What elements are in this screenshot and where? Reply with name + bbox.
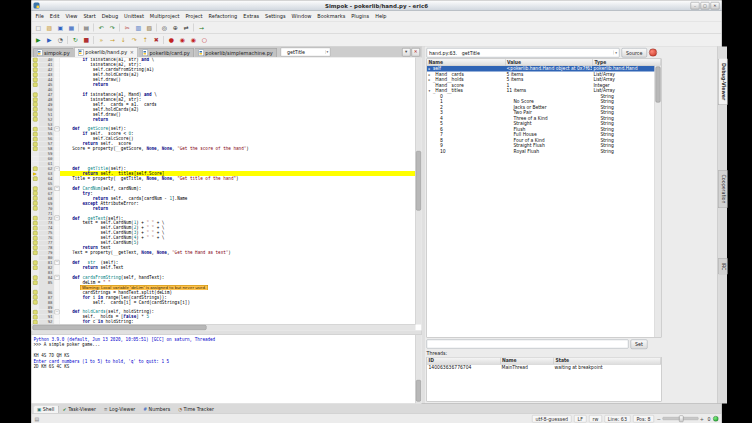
variables-filter-input[interactable] (427, 340, 629, 349)
save-all-icon[interactable]: ▦ (66, 22, 77, 33)
threads-column-header[interactable]: Name (501, 358, 555, 365)
clear-breakpoints-icon[interactable]: ○ (199, 35, 210, 46)
zoom-widget[interactable]: − + 0 (657, 416, 711, 422)
toolbar-separator (164, 36, 165, 44)
side-tab-cooperation[interactable]: Cooperation (718, 170, 728, 208)
toolbar-separator (94, 36, 95, 44)
stop-script-icon[interactable]: ■ (81, 35, 92, 46)
menu-item-refactoring[interactable]: Refactoring (206, 12, 241, 20)
log-viewer-icon: ≡ (104, 407, 108, 412)
stack-frame-combo[interactable]: hand.py:63.__getTitle ▾ (427, 48, 620, 58)
threads-column-header[interactable]: ID (427, 358, 501, 365)
menu-item-start[interactable]: Start (80, 12, 98, 20)
variable-name-text: _Hand__titles (433, 88, 463, 93)
step-into-icon[interactable]: ↓ (118, 35, 129, 46)
search-next-icon[interactable]: ⊕ (170, 22, 181, 33)
continue-to-cursor-icon[interactable]: → (107, 35, 118, 46)
bottom-tab-time-tracker[interactable]: ◔Time Tracker (175, 406, 218, 413)
menu-item-project[interactable]: Project (182, 12, 205, 20)
menu-item-multiproject[interactable]: Multiproject (147, 12, 183, 20)
replace-icon[interactable]: ⇄ (181, 22, 192, 33)
bottom-tab-numbers[interactable]: #Numbers (140, 406, 174, 413)
print-file-icon[interactable]: ▤ (81, 22, 92, 33)
menu-item-debug[interactable]: Debug (99, 12, 121, 20)
stop-debugger-icon[interactable]: ✖ (151, 35, 162, 46)
side-tab-irc[interactable]: IRC (718, 258, 728, 275)
zoom-out-icon[interactable]: − (657, 416, 661, 422)
scrollbar-thumb[interactable] (656, 67, 661, 103)
step-over-icon[interactable]: ↷ (129, 35, 140, 46)
editor[interactable]: 40 if isinstance(a1, str) and \41 isinst… (32, 58, 422, 331)
editor-vertical-scrollbar[interactable] (415, 58, 422, 325)
previous-breakpoint-icon[interactable]: ◉ (188, 35, 199, 46)
variable-value: Royal Flush (512, 149, 599, 155)
tab-list-button[interactable]: ▾ (402, 48, 411, 57)
variables-filter-icon[interactable] (649, 49, 657, 57)
symbol-nav-combo[interactable]: __getTitle ▾ (280, 48, 330, 57)
redo-icon[interactable]: ↷ (107, 22, 118, 33)
open-file-icon[interactable]: ▨ (44, 22, 55, 33)
restart-script-icon[interactable]: ↻ (70, 35, 81, 46)
menu-item-window[interactable]: Window (289, 12, 315, 20)
menu-item-file[interactable]: File (33, 12, 47, 20)
step-out-icon[interactable]: ↑ (140, 35, 151, 46)
variables-column-header[interactable]: Name (427, 59, 506, 66)
variables-column-header[interactable]: Type (593, 59, 661, 66)
menu-item-help[interactable]: Help (372, 12, 389, 20)
side-tab-debug-viewer[interactable]: Debug-Viewer (718, 59, 728, 105)
code-area[interactable]: 40 if isinstance(a1, str) and \41 isinst… (32, 58, 416, 325)
bottom-tab-task-viewer[interactable]: ✔Task-Viewer (60, 406, 100, 413)
menu-item-view[interactable]: View (63, 12, 81, 20)
close-button[interactable]: ✕ (711, 2, 720, 10)
scrollbar-thumb[interactable] (33, 325, 207, 330)
file-tab[interactable]: simpok.py (33, 48, 74, 57)
tab-close-button[interactable]: ✕ (412, 48, 421, 57)
file-tab[interactable]: pokerlib/simplemachine.py (194, 48, 276, 57)
menu-item-plugins[interactable]: Plugins (348, 12, 372, 20)
profile-script-icon[interactable]: ◔ (55, 35, 66, 46)
source-button[interactable]: Source (622, 48, 647, 58)
file-tab[interactable]: pokerlib/card.py (138, 48, 193, 57)
debug-script-icon[interactable]: ▶ (44, 35, 55, 46)
variables-scrollbar[interactable] (655, 66, 662, 338)
editor-horizontal-scrollbar[interactable] (32, 324, 416, 331)
set-button[interactable]: Set (631, 339, 648, 349)
menu-item-edit[interactable]: Edit (47, 12, 63, 20)
continue-icon[interactable]: » (96, 35, 107, 46)
variables-header: NameValueType (427, 59, 661, 66)
next-breakpoint-icon[interactable]: ◉ (177, 35, 188, 46)
bottom-tab-shell[interactable]: ▣Shell (34, 406, 59, 414)
menu-item-extras[interactable]: Extras (240, 12, 262, 20)
zoom-slider-track[interactable] (662, 417, 698, 420)
toggle-breakpoint-icon[interactable]: ● (166, 35, 177, 46)
zoom-slider-thumb[interactable] (679, 416, 684, 423)
copy-icon[interactable]: ▥ (133, 22, 144, 33)
file-tab[interactable]: pokerlib/hand.py× (74, 47, 138, 57)
threads-column-header[interactable]: State (554, 358, 661, 365)
scrollbar-thumb[interactable] (416, 151, 421, 211)
search-icon[interactable]: ◎ (159, 22, 170, 33)
menu-item-settings[interactable]: Settings (262, 12, 289, 20)
scrollbar-thumb[interactable] (416, 380, 421, 402)
thread-row[interactable]: 140063636776704MainThreadwaiting at brea… (427, 365, 661, 371)
cut-icon[interactable]: ✂ (122, 22, 133, 33)
bottom-tab-log-viewer[interactable]: ≡Log-Viewer (101, 406, 139, 413)
tab-close-icon[interactable]: × (130, 50, 134, 56)
minimize-button[interactable]: – (691, 2, 700, 10)
paste-icon[interactable]: ▧ (144, 22, 155, 33)
save-file-icon[interactable]: ▣ (55, 22, 66, 33)
maximize-button[interactable]: ▢ (701, 2, 710, 10)
menu-item-unittest[interactable]: Unittest (121, 12, 147, 20)
undo-icon[interactable]: ↶ (96, 22, 107, 33)
goto-line-icon[interactable]: → (196, 22, 207, 33)
shell-panel[interactable]: Python 3.9.0 (default, Jun 13 2020, 10:0… (32, 335, 422, 404)
menu-item-bookmarks[interactable]: Bookmarks (314, 12, 348, 20)
new-file-icon[interactable]: □ (33, 22, 44, 33)
titlebar[interactable]: Simpok - pokerlib/hand.py - eric6 – ▢ ✕ (32, 1, 722, 12)
variable-row[interactable]: 10Royal FlushString (427, 149, 661, 155)
zoom-in-icon[interactable]: + (700, 416, 704, 422)
run-script-icon[interactable]: ▶ (33, 35, 44, 46)
chevron-down-icon: ▾ (614, 51, 617, 55)
variables-column-header[interactable]: Value (506, 59, 594, 66)
shell-scrollbar[interactable] (415, 335, 422, 404)
